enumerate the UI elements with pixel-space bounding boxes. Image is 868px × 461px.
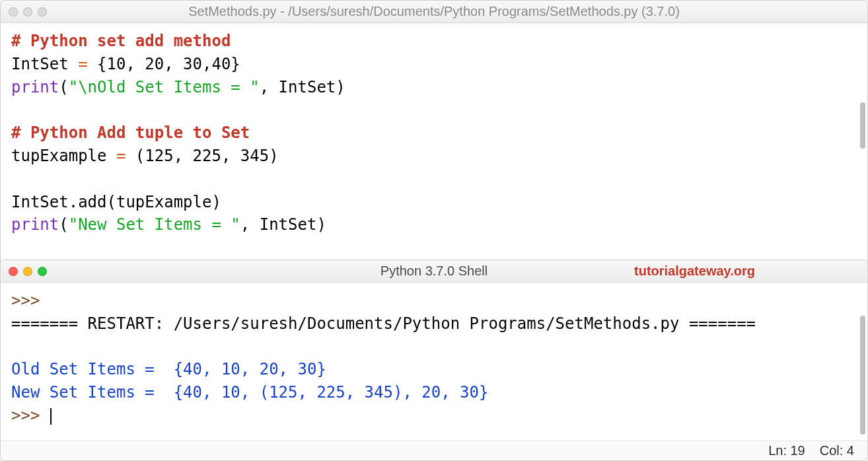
shell-output-line: Old Set Items = {40, 10, 20, 30} — [11, 360, 326, 378]
editor-titlebar[interactable]: SetMethods.py - /Users/suresh/Documents/… — [1, 1, 867, 23]
code-args: , IntSet — [260, 78, 336, 96]
code-paren: ( — [107, 193, 116, 211]
code-brace: { — [97, 55, 106, 73]
zoom-icon[interactable] — [38, 7, 47, 17]
editor-window: SetMethods.py - /Users/suresh/Documents/… — [0, 0, 868, 271]
close-icon[interactable] — [9, 267, 18, 276]
code-paren: ( — [135, 147, 145, 165]
shell-prompt: >>> — [11, 291, 40, 310]
code-args: , IntSet — [240, 215, 317, 234]
shell-scrollbar-thumb[interactable] — [860, 316, 865, 435]
code-ident: IntSet — [11, 55, 69, 73]
code-op: = — [107, 147, 135, 165]
code-paren: ) — [316, 215, 326, 234]
code-string: "New Set Items = " — [69, 215, 240, 234]
code-paren: ( — [59, 78, 68, 96]
minimize-icon[interactable] — [23, 267, 32, 276]
code-comment-1: # Python set add method — [11, 32, 231, 50]
text-cursor-icon — [50, 408, 52, 425]
shell-output-line: New Set Items = {40, 10, (125, 225, 345)… — [11, 383, 488, 402]
shell-cursor — [40, 406, 49, 425]
code-op: = — [69, 55, 97, 73]
code-comment-2: # Python Add tuple to Set — [11, 124, 250, 142]
code-num: 10, 20, 30,40 — [107, 55, 231, 73]
code-string: "\nOld Set Items = " — [69, 78, 260, 96]
editor-code-area[interactable]: # Python set add method IntSet = {10, 20… — [1, 23, 867, 270]
shell-titlebar[interactable]: Python 3.7.0 Shell tutorialgateway.org — [1, 260, 867, 283]
editor-title: SetMethods.py - /Users/suresh/Documents/… — [1, 4, 867, 19]
editor-scrollbar-thumb[interactable] — [860, 102, 865, 149]
minimize-icon[interactable] — [23, 7, 32, 17]
code-paren: ) — [211, 193, 221, 211]
code-builtin-print: print — [11, 78, 59, 96]
status-col: Col: 4 — [820, 443, 854, 458]
shell-output-area[interactable]: >>> ======= RESTART: /Users/suresh/Docum… — [1, 283, 867, 441]
code-ident: tupExample — [11, 147, 107, 165]
status-line: Ln: 19 — [768, 443, 805, 458]
shell-statusbar: Ln: 19 Col: 4 — [1, 441, 867, 460]
shell-traffic-lights — [9, 267, 47, 276]
shell-window: Python 3.7.0 Shell tutorialgateway.org >… — [0, 260, 868, 461]
code-builtin-print: print — [11, 215, 59, 234]
zoom-icon[interactable] — [38, 267, 47, 276]
editor-traffic-lights — [9, 7, 47, 17]
shell-restart-line: ======= RESTART: /Users/suresh/Documents… — [11, 314, 756, 333]
shell-prompt: >>> — [11, 406, 40, 425]
code-paren: ) — [336, 78, 345, 96]
watermark-text: tutorialgateway.org — [634, 264, 755, 279]
code-arg: tupExample — [116, 193, 212, 211]
close-icon[interactable] — [9, 7, 18, 17]
code-paren: ( — [59, 215, 68, 234]
code-num: 125, 225, 345 — [145, 147, 269, 165]
code-paren: ) — [269, 147, 278, 165]
code-brace: } — [231, 55, 240, 73]
code-call: IntSet.add — [11, 193, 107, 211]
